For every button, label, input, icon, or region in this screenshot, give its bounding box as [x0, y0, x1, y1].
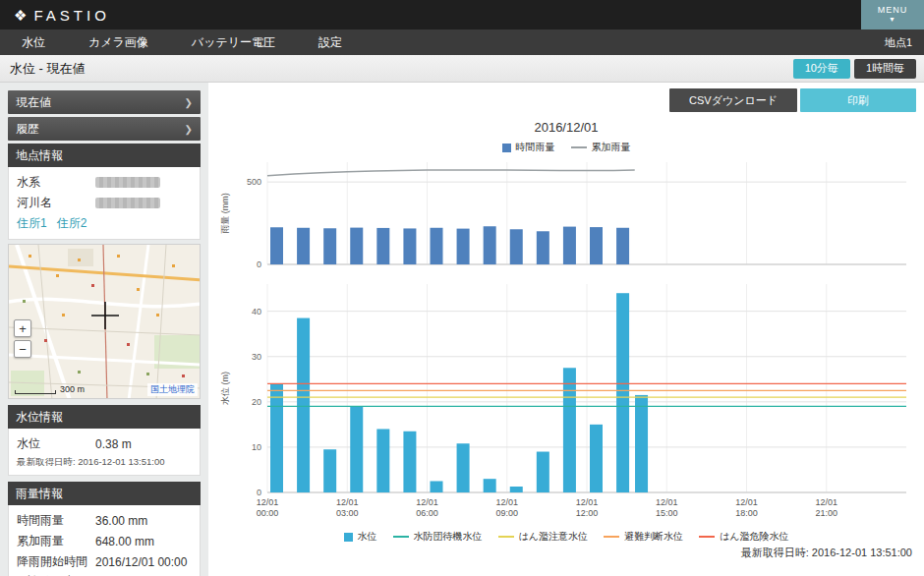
legend-standby-level[interactable]: 水防団待機水位: [393, 530, 483, 544]
cumulative-rain-value: 648.00 mm: [95, 535, 154, 548]
nav-item-settings[interactable]: 設定: [297, 29, 364, 55]
hourly-rain-label: 時間雨量: [17, 512, 95, 529]
water-system-label: 水系: [17, 174, 95, 191]
csv-download-button[interactable]: CSVダウンロード: [669, 88, 797, 112]
caution-level-swatch-icon: [498, 536, 514, 538]
chart-updated-timestamp: 最新取得日時: 2016-12-01 13:51:00: [216, 546, 916, 560]
rain-start-row: 降雨開始時間 2016/12/01 00:00: [17, 551, 192, 572]
danger-level-swatch-icon: [699, 536, 715, 538]
blurred-river-name-value: [95, 198, 160, 208]
map-scale-label: 300 m: [60, 384, 85, 394]
svg-text:500: 500: [247, 177, 261, 187]
svg-text:12/01: 12/01: [336, 497, 359, 507]
location-info-header: 地点情報: [8, 144, 201, 167]
sub-header: 水位 - 現在値 10分毎 1時間毎: [0, 55, 924, 83]
interval-10min-button[interactable]: 10分毎: [793, 59, 850, 79]
cumulative-rain-swatch-icon: [571, 146, 587, 148]
nav-item-battery[interactable]: バッテリー電圧: [170, 29, 297, 55]
svg-text:12/01: 12/01: [495, 497, 518, 507]
hourly-rain-value: 36.00 mm: [95, 514, 147, 528]
svg-text:12/01: 12/01: [257, 497, 279, 507]
water-level-label: 水位: [17, 435, 95, 452]
svg-text:12/01: 12/01: [656, 497, 678, 507]
river-name-label: 河川名: [17, 195, 95, 211]
svg-text:12/01: 12/01: [416, 497, 438, 507]
address2-link[interactable]: 住所2: [57, 215, 87, 232]
svg-text:20: 20: [252, 397, 261, 407]
app-title: FASTIO: [33, 7, 109, 24]
sidebar-item-current-value[interactable]: 現在値 ❯: [8, 90, 201, 114]
svg-text:水位 (m): 水位 (m): [220, 372, 230, 405]
water-level-chart: 01020304012/0100:0012/0103:0012/0106:001…: [216, 276, 916, 524]
nav-item-camera[interactable]: カメラ画像: [67, 29, 170, 55]
history-label: 履歴: [16, 121, 39, 138]
page-title: 水位 - 現在値: [10, 60, 86, 78]
water-level-row: 水位 0.38 m: [17, 433, 192, 454]
rainfall-legend: 時間雨量 累加雨量: [216, 141, 916, 154]
hourly-rain-swatch-icon: [502, 144, 511, 152]
svg-text:00:00: 00:00: [257, 508, 279, 518]
menu-caret-icon: ▼: [861, 16, 924, 24]
svg-text:15:00: 15:00: [656, 508, 678, 518]
map-zoom-controls: + −: [14, 319, 31, 358]
chart-toolbar: CSVダウンロード 印刷: [216, 88, 916, 112]
cumulative-rain-label: 累加雨量: [17, 533, 95, 549]
rain-start-label: 降雨開始時間: [17, 553, 95, 570]
svg-text:10: 10: [252, 442, 261, 452]
map-attribution-link[interactable]: 国土地理院: [147, 383, 198, 396]
svg-text:12:00: 12:00: [576, 508, 599, 518]
svg-text:09:00: 09:00: [495, 508, 518, 518]
svg-text:0: 0: [257, 488, 261, 497]
svg-text:03:00: 03:00: [336, 508, 359, 518]
legend-danger-level[interactable]: はん濫危険水位: [699, 530, 788, 544]
app-logo: ❖ FASTIO: [0, 7, 110, 24]
interval-toggle: 10分毎 1時間毎: [793, 59, 916, 79]
svg-text:12/01: 12/01: [735, 497, 758, 507]
legend-caution-level[interactable]: はん濫注意水位: [498, 530, 588, 544]
water-level-info-header: 水位情報: [8, 405, 201, 429]
evacuation-level-swatch-icon: [604, 536, 619, 538]
water-level-info-box: 水位 0.38 m 最新取得日時: 2016-12-01 13:51:00: [8, 429, 201, 476]
sidebar-item-history[interactable]: 履歴 ❯: [8, 117, 201, 141]
legend-water-level[interactable]: 水位: [344, 530, 377, 544]
main-content: CSVダウンロード 印刷 2016/12/01 時間雨量 累加雨量 0500雨量…: [208, 83, 924, 576]
standby-level-swatch-icon: [393, 536, 409, 538]
svg-text:雨量 (mm): 雨量 (mm): [220, 193, 230, 234]
water-system-row: 水系: [17, 172, 192, 193]
current-value-label: 現在値: [16, 94, 51, 111]
water-level-swatch-icon: [344, 533, 353, 542]
menu-button[interactable]: MENU ▼: [861, 0, 924, 29]
rain-start-value: 2016/12/01 00:00: [95, 555, 187, 569]
rainfall-info-header: 雨量情報: [8, 482, 201, 505]
svg-text:18:00: 18:00: [735, 508, 758, 518]
map[interactable]: + − 300 m 国土地理院: [8, 244, 201, 399]
map-zoom-out-button[interactable]: −: [14, 340, 31, 358]
svg-text:06:00: 06:00: [416, 508, 438, 518]
legend-cumulative-rain[interactable]: 累加雨量: [571, 141, 631, 154]
svg-text:40: 40: [252, 307, 261, 317]
svg-text:12/01: 12/01: [815, 497, 837, 507]
menu-label: MENU: [878, 5, 908, 15]
sidebar: 現在値 ❯ 履歴 ❯ 地点情報 水系 河川名 住所1 住所2: [0, 83, 208, 576]
map-scale: 300 m: [15, 384, 85, 394]
interval-1hour-button[interactable]: 1時間毎: [854, 59, 916, 79]
hourly-rain-row: 時間雨量 36.00 mm: [17, 510, 192, 531]
nav-item-water-level[interactable]: 水位: [0, 29, 67, 55]
water-level-legend: 水位 水防団待機水位 はん濫注意水位 避難判断水位 はん濫危険水位: [216, 530, 916, 544]
svg-text:12/01: 12/01: [576, 497, 599, 507]
map-zoom-in-button[interactable]: +: [14, 319, 31, 337]
location-info-box: 水系 河川名 住所1 住所2: [8, 167, 201, 240]
rainfall-chart: 0500雨量 (mm): [216, 156, 916, 272]
svg-text:0: 0: [257, 259, 261, 269]
blurred-water-system-value: [95, 177, 160, 188]
legend-evacuation-level[interactable]: 避難判断水位: [604, 530, 683, 544]
legend-hourly-rain[interactable]: 時間雨量: [502, 141, 555, 154]
print-button[interactable]: 印刷: [800, 88, 916, 112]
map-scalebar: [15, 390, 56, 394]
address1-link[interactable]: 住所1: [17, 215, 47, 232]
chevron-right-icon: ❯: [185, 97, 193, 108]
top-bar: ❖ FASTIO MENU ▼: [0, 0, 924, 29]
water-level-updated: 最新取得日時: 2016-12-01 13:51:00: [17, 454, 192, 470]
svg-text:21:00: 21:00: [815, 508, 837, 518]
address-links: 住所1 住所2: [17, 213, 192, 234]
